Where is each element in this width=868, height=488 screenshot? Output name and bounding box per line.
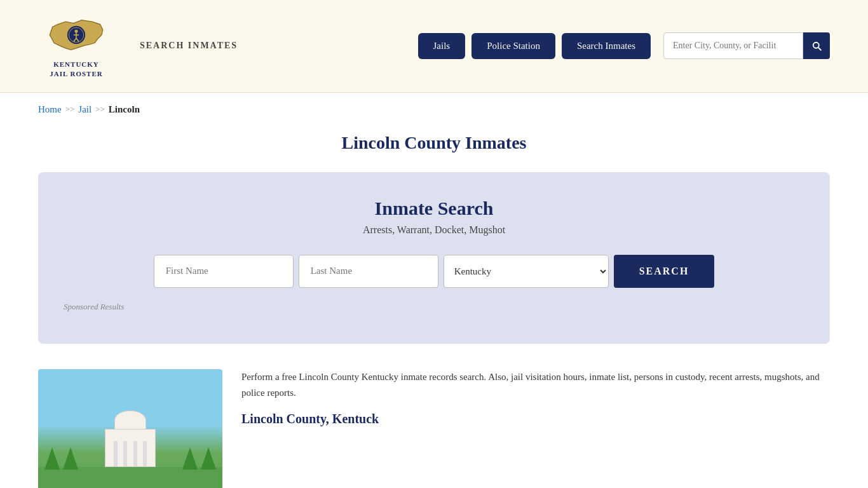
header-search-input[interactable] xyxy=(663,32,803,59)
header: KENTUCKY JAIL ROSTER SEARCH INMATES Jail… xyxy=(0,0,868,93)
breadcrumb-jail[interactable]: Jail xyxy=(78,104,92,115)
breadcrumb: Home >> Jail >> Lincoln xyxy=(38,104,830,115)
kentucky-logo-icon xyxy=(44,13,108,57)
last-name-input[interactable] xyxy=(299,255,438,288)
tree-icon xyxy=(201,447,216,470)
trees-left xyxy=(44,447,78,470)
sponsored-label: Sponsored Results xyxy=(64,302,804,312)
main-nav: Jails Police Station Search Inmates xyxy=(418,32,830,59)
courthouse-icon xyxy=(105,410,156,467)
courthouse-column xyxy=(114,441,118,466)
jails-button[interactable]: Jails xyxy=(418,33,466,59)
breadcrumb-bar: Home >> Jail >> Lincoln xyxy=(0,93,868,126)
courthouse-column xyxy=(133,441,137,466)
inmate-search-box: Inmate Search Arrests, Warrant, Docket, … xyxy=(38,172,830,344)
courthouse-body xyxy=(105,429,156,467)
search-icon xyxy=(811,40,822,51)
search-inmates-button[interactable]: Search Inmates xyxy=(562,33,651,59)
courthouse-dome xyxy=(114,410,146,430)
courthouse-columns xyxy=(105,441,155,466)
page-title: Lincoln County Inmates xyxy=(38,133,830,153)
content-subheading: Lincoln County, Kentuck xyxy=(241,412,830,426)
content-section: Perform a free Lincoln County Kentucky i… xyxy=(0,363,868,488)
content-description: Perform a free Lincoln County Kentucky i… xyxy=(241,369,830,402)
trees-right xyxy=(182,447,216,470)
page-title-section: Lincoln County Inmates xyxy=(0,126,868,172)
courthouse-column xyxy=(143,441,147,466)
logo-text: KENTUCKY JAIL ROSTER xyxy=(50,60,102,79)
courthouse-column xyxy=(123,441,127,466)
header-search-button[interactable] xyxy=(803,32,830,59)
ground-decoration xyxy=(38,467,222,488)
content-text: Perform a free Lincoln County Kentucky i… xyxy=(241,369,830,426)
breadcrumb-sep1: >> xyxy=(65,104,75,114)
county-image xyxy=(38,369,222,488)
inmate-search-subtitle: Arrests, Warrant, Docket, Mugshot xyxy=(64,224,804,236)
breadcrumb-home[interactable]: Home xyxy=(38,104,62,115)
state-select[interactable]: Kentucky Alabama Alaska Arizona Arkansas… xyxy=(444,255,609,288)
logo-area: KENTUCKY JAIL ROSTER xyxy=(38,13,114,79)
search-button[interactable]: SEARCH xyxy=(614,255,715,288)
svg-point-2 xyxy=(75,30,78,33)
header-search-container xyxy=(663,32,830,59)
breadcrumb-sep2: >> xyxy=(95,104,105,114)
tree-icon xyxy=(44,447,60,470)
tree-icon xyxy=(63,447,78,470)
police-station-button[interactable]: Police Station xyxy=(471,33,555,59)
first-name-input[interactable] xyxy=(154,255,294,288)
inmate-search-title: Inmate Search xyxy=(64,198,804,219)
inmate-search-form: Kentucky Alabama Alaska Arizona Arkansas… xyxy=(64,255,804,288)
breadcrumb-current: Lincoln xyxy=(109,104,140,115)
tree-icon xyxy=(182,447,198,470)
search-inmates-label: SEARCH INMATES xyxy=(140,41,238,51)
